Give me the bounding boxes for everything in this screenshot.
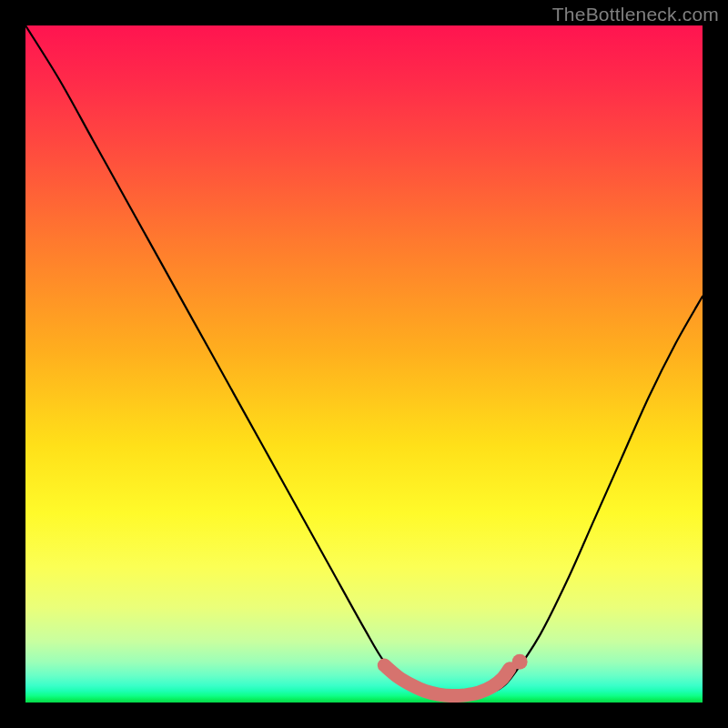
plot-area xyxy=(25,25,703,703)
minimum-highlight-stroke xyxy=(384,665,510,696)
chart-frame: TheBottleneck.com xyxy=(0,0,728,728)
bottleneck-curve xyxy=(25,25,703,696)
curve-layer xyxy=(25,25,703,703)
watermark-text: TheBottleneck.com xyxy=(552,4,719,25)
highlight-end-dot xyxy=(512,654,528,670)
